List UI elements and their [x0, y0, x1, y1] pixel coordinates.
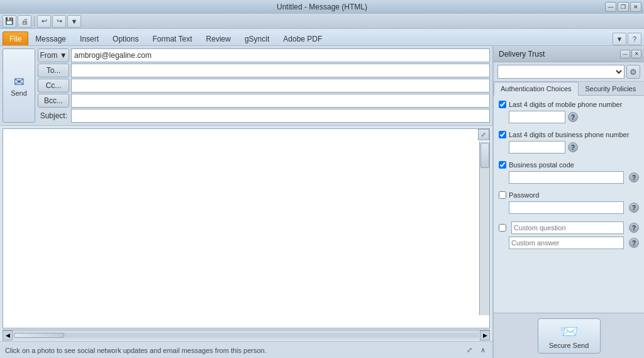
expand-status-icon[interactable]: ⤢ [464, 345, 475, 356]
tab-insert[interactable]: Insert [73, 31, 106, 45]
bcc-button[interactable]: Bcc... [38, 94, 69, 108]
business-auth-item: Last 4 digits of business phone number ? [499, 131, 639, 154]
minimize-button[interactable]: — [605, 2, 616, 12]
tab-authentication-choices[interactable]: Authentication Choices [494, 82, 579, 96]
bcc-input[interactable] [71, 94, 490, 108]
custom-question-check-row: ? [499, 221, 639, 234]
window-title: Untitled - Message (HTML) [277, 3, 367, 11]
ribbon: File Message Insert Options Format Text … [0, 29, 644, 46]
save-qat-button[interactable]: 💾 [3, 15, 16, 28]
mobile-auth-item: Last 4 digits of mobile phone number ? [499, 101, 639, 123]
tab-message[interactable]: Message [28, 31, 73, 45]
compose-header: ✉ Send From ▼ ambrogi@legaline.com To...… [0, 46, 492, 126]
postal-auth-item: Business postal code ? [499, 161, 639, 184]
cc-button[interactable]: Cc... [38, 79, 69, 92]
custom-question-auth-item: ? ? [499, 221, 639, 249]
qat-more-button[interactable]: ▼ [67, 15, 81, 28]
ribbon-help-button[interactable]: ? [628, 33, 641, 45]
business-input[interactable] [509, 141, 565, 154]
cc-input[interactable] [71, 79, 490, 92]
secure-send-icon: 📨 [560, 323, 579, 340]
vertical-scrollbar[interactable] [479, 142, 489, 315]
expand-button[interactable]: ⤢ [478, 129, 489, 140]
custom-question-input[interactable] [511, 221, 624, 234]
tab-review[interactable]: Review [199, 31, 238, 45]
to-row: To... [38, 64, 490, 77]
tab-adobe-pdf[interactable]: Adobe PDF [276, 31, 329, 45]
custom-question-checkbox[interactable] [499, 224, 506, 232]
status-icons: ⤢ ∧ [464, 345, 489, 356]
maximize-button[interactable]: ❐ [618, 2, 629, 12]
cc-row: Cc... [38, 79, 490, 92]
status-bar: Click on a photo to see social network u… [0, 341, 492, 358]
from-row: From ▼ ambrogi@legaline.com [38, 48, 490, 62]
from-button[interactable]: From ▼ [38, 48, 69, 62]
business-check-row: Last 4 digits of business phone number [499, 131, 639, 138]
password-help-icon[interactable]: ? [629, 203, 639, 213]
settings-gear-button[interactable]: ⚙ [626, 65, 640, 79]
scroll-right-button[interactable]: ▶ [480, 330, 490, 340]
close-window-button[interactable]: ✕ [630, 2, 641, 12]
ribbon-collapse-button[interactable]: ▼ [613, 33, 626, 45]
delivery-trust-dropdown-row: ⚙ [494, 62, 644, 82]
print-qat-button[interactable]: 🖨 [18, 15, 31, 28]
custom-answer-help-icon[interactable]: ? [629, 238, 639, 248]
body-toolbar: ⤢ [478, 129, 489, 140]
window-controls: — ❐ ✕ [605, 2, 641, 12]
scroll-left-button[interactable]: ◀ [3, 330, 13, 340]
tab-format-text[interactable]: Format Text [145, 31, 199, 45]
redo-qat-button[interactable]: ↪ [52, 15, 66, 28]
tab-gsyncit[interactable]: gSyncit [238, 31, 276, 45]
tab-security-policies[interactable]: Security Policies [579, 82, 643, 95]
postal-checkbox[interactable] [499, 161, 506, 169]
secure-send-button[interactable]: 📨 Secure Send [538, 318, 601, 354]
qat-separator [34, 16, 35, 26]
business-checkbox[interactable] [499, 131, 506, 138]
scrollbar-thumb [480, 143, 489, 168]
scroll-thumb [14, 333, 64, 338]
custom-answer-row: ? [499, 237, 639, 249]
mobile-help-icon[interactable]: ? [568, 112, 578, 122]
postal-label: Business postal code [509, 161, 639, 169]
to-input[interactable] [71, 64, 490, 77]
subject-input[interactable] [71, 109, 490, 123]
scroll-track [14, 333, 479, 338]
undo-qat-button[interactable]: ↩ [37, 15, 51, 28]
password-label: Password [509, 191, 639, 199]
secure-send-label: Secure Send [549, 342, 589, 349]
main-container: ✉ Send From ▼ ambrogi@legaline.com To...… [0, 46, 644, 358]
delivery-trust-panel: Delivery Trust — ✕ ⚙ Authentication Choi… [493, 46, 644, 358]
mobile-checkbox[interactable] [499, 101, 506, 108]
send-button[interactable]: ✉ Send [3, 48, 35, 123]
panel-minimize-button[interactable]: — [620, 50, 630, 59]
panel-controls: — ✕ [620, 50, 641, 59]
message-body[interactable]: ⤢ [3, 128, 490, 328]
custom-question-help-icon[interactable]: ? [629, 223, 639, 233]
delivery-trust-dropdown[interactable] [497, 65, 625, 79]
postal-input-row: ? [499, 171, 639, 184]
mobile-input[interactable] [509, 111, 565, 123]
secure-send-footer: 📨 Secure Send [494, 313, 644, 358]
email-fields: From ▼ ambrogi@legaline.com To... Cc... … [38, 48, 490, 123]
send-icon: ✉ [14, 74, 25, 89]
compose-area: ✉ Send From ▼ ambrogi@legaline.com To...… [0, 46, 493, 358]
postal-input[interactable] [509, 171, 624, 184]
collapse-status-icon[interactable]: ∧ [477, 345, 489, 356]
password-input[interactable] [509, 201, 624, 214]
business-help-icon[interactable]: ? [568, 142, 578, 152]
tab-options[interactable]: Options [106, 31, 145, 45]
from-value: ambrogi@legaline.com [71, 48, 490, 62]
password-checkbox[interactable] [499, 191, 506, 199]
mobile-check-row: Last 4 digits of mobile phone number [499, 101, 639, 108]
custom-answer-input[interactable] [509, 237, 624, 249]
tab-file[interactable]: File [3, 31, 28, 45]
postal-check-row: Business postal code [499, 161, 639, 169]
to-button[interactable]: To... [38, 64, 69, 77]
postal-help-icon[interactable]: ? [629, 172, 639, 182]
bcc-row: Bcc... [38, 94, 490, 108]
panel-close-button[interactable]: ✕ [631, 50, 641, 59]
authentication-content: Last 4 digits of mobile phone number ? L… [494, 96, 644, 313]
horizontal-scrollbar[interactable]: ◀ ▶ [3, 330, 490, 340]
mobile-label: Last 4 digits of mobile phone number [509, 101, 639, 108]
title-bar: Untitled - Message (HTML) — ❐ ✕ [0, 0, 644, 14]
